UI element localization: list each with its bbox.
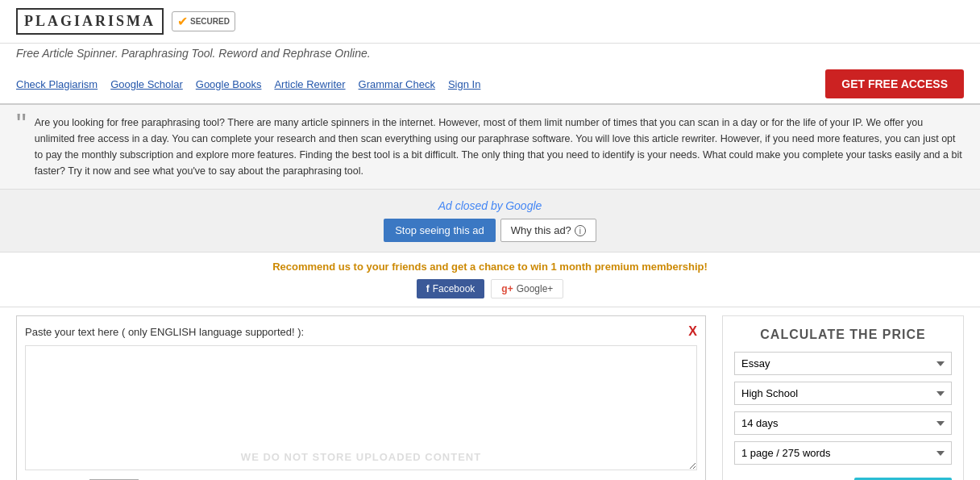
calculator-panel: CALCULATE THE PRICE Essay Research Paper… [722,315,964,480]
text-input[interactable] [25,345,697,470]
facebook-label: Facebook [433,283,475,294]
text-input-panel: Paste your text here ( only ENGLISH lang… [16,315,706,480]
quote-mark-icon: " [16,111,27,179]
academic-level-select[interactable]: High School Undergraduate Master's Ph.D. [734,382,952,405]
quote-section: " Are you looking for free paraphrasing … [0,105,980,190]
google-brand: Google [505,199,542,212]
calc-title: CALCULATE THE PRICE [734,328,952,342]
article-rewriter-link[interactable]: Article Rewriter [274,78,345,90]
norton-check-icon: ✔ [177,14,188,29]
googleplus-label: Google+ [517,283,554,294]
promo-banner: Recommend us to your friends and get a c… [0,253,980,307]
facebook-icon: f [426,283,430,294]
why-this-label: Why this ad? [511,224,571,236]
logo-text: PLAGIARISMA [24,13,156,30]
google-books-link[interactable]: Google Books [196,78,262,90]
text-panel-header: Paste your text here ( only ENGLISH lang… [25,324,697,339]
why-this-ad-button[interactable]: Why this ad? i [500,219,596,242]
google-scholar-link[interactable]: Google Scholar [110,78,183,90]
logo-box: PLAGIARISMA [16,8,164,35]
ad-closed-by: Ad closed by Google [10,199,970,212]
googleplus-button[interactable]: g+ Google+ [491,279,563,298]
promo-text: Recommend us to your friends and get a c… [8,261,972,273]
pages-select[interactable]: 1 page / 275 words 2 pages / 550 words 3… [734,441,952,465]
ad-buttons: Stop seeing this ad Why this ad? i [10,219,970,242]
norton-badge: ✔ SECURED [172,11,235,31]
tagline: Free Article Spinner. Paraphrasing Tool.… [0,44,980,65]
googleplus-icon: g+ [501,283,513,294]
textarea-wrapper: WE DO NOT STORE UPLOADED CONTENT [25,345,697,473]
stop-seeing-button[interactable]: Stop seeing this ad [384,219,496,242]
deadline-select[interactable]: 14 days 10 days 7 days 5 days 3 days 2 d… [734,411,952,435]
social-buttons: f Facebook g+ Google+ [8,279,972,298]
close-button[interactable]: X [688,324,697,339]
text-panel-label: Paste your text here ( only ENGLISH lang… [25,326,304,338]
header: PLAGIARISMA ✔ SECURED [0,0,980,44]
sign-in-link[interactable]: Sign In [448,78,480,90]
grammar-check-link[interactable]: Grammar Check [359,78,435,90]
ad-section: Ad closed by Google Stop seeing this ad … [0,190,980,253]
facebook-button[interactable]: f Facebook [417,279,485,298]
essay-type-select[interactable]: Essay Research Paper Term Paper Coursewo… [734,352,952,375]
ad-closed-text: Ad closed by [438,199,503,212]
info-icon: i [575,225,586,236]
norton-text: SECURED [190,17,230,26]
quote-text: Are you looking for free paraphrasing to… [35,115,964,179]
check-plagiarism-link[interactable]: Check Plagiarism [16,78,98,90]
get-free-access-button[interactable]: GET FREE ACCESS [825,69,964,98]
main-content: Paste your text here ( only ENGLISH lang… [0,307,980,480]
nav-bar: Check Plagiarism Google Scholar Google B… [0,65,980,105]
